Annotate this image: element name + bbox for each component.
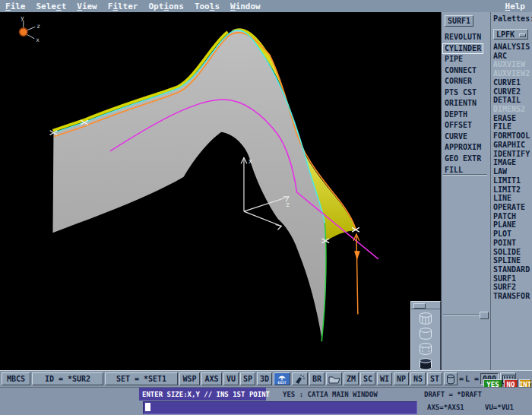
wireframe-cylinder-icon[interactable] <box>415 311 436 325</box>
shaded-cylinder-icon[interactable] <box>415 356 436 371</box>
surface-scene: x z y z x <box>0 12 441 370</box>
toolbar-button-sp[interactable]: SP <box>240 372 255 385</box>
minimize-handle-icon[interactable] <box>413 303 426 309</box>
render-palette-icons <box>411 309 440 371</box>
toolbar-button-vu[interactable]: VU <box>223 372 239 385</box>
toolbar-button-ns[interactable]: NS <box>410 372 426 385</box>
catia-main-window: FileSelectViewFilterOptionsToolsWindow H… <box>0 0 532 415</box>
hiddenline-cylinder-icon[interactable] <box>415 341 436 356</box>
palette-item-graphic[interactable]: GRAPHIC <box>493 141 532 150</box>
palette-item-law[interactable]: LAW <box>493 167 532 176</box>
toolbar-button-st[interactable]: ST <box>427 372 442 385</box>
palette-item-operate[interactable]: OPERATE <box>493 203 532 212</box>
toolbar-exit-icon[interactable]: EXIT <box>274 372 290 385</box>
toolbar-button-3d[interactable]: 3D <box>257 372 272 385</box>
triad-z-label: z <box>286 201 290 208</box>
sash-handle-icon[interactable] <box>480 312 489 319</box>
viewport-3d[interactable]: x z y z x <box>0 12 441 370</box>
palette-item-limit1[interactable]: LIMIT1 <box>493 176 532 185</box>
toolbar-button-mbcs[interactable]: MBCS <box>2 372 30 385</box>
tool-item-approxim[interactable]: APPROXIM <box>445 143 481 151</box>
palette-item-dimens2: DIMENS2 <box>493 105 532 114</box>
tool-panel-sash[interactable] <box>443 314 487 315</box>
tool-list: REVOLUTNCYLINDERPIPECONNECTCORNERPTS CST… <box>445 32 490 176</box>
svg-text:EXIT: EXIT <box>278 381 287 385</box>
toolbar-spray-icon[interactable] <box>292 372 308 385</box>
menubar: FileSelectViewFilterOptionsToolsWindow H… <box>0 0 532 13</box>
text-cursor <box>145 403 150 411</box>
tool-item-orientn[interactable]: ORIENTN <box>445 99 477 107</box>
palette-item-curve2[interactable]: CURVE2 <box>493 87 532 97</box>
menu-view[interactable]: View <box>71 1 103 12</box>
toolbar-button-id-sur2[interactable]: ID = *SUR2 <box>32 372 103 385</box>
svg-text:y: y <box>21 14 24 21</box>
palette-item-standard[interactable]: STANDARD <box>493 265 532 274</box>
palette-item-analysis[interactable]: ANALYSIS <box>493 43 532 52</box>
palette-item-point[interactable]: POINT <box>493 239 532 248</box>
render-palette-titlebar[interactable] <box>411 302 440 309</box>
palette-item-patch[interactable]: PATCH <box>493 212 532 221</box>
render-mode-palette <box>410 301 441 372</box>
tool-item-curve[interactable]: CURVE <box>445 132 467 141</box>
tool-item-depth[interactable]: DEPTH <box>445 110 467 119</box>
palette-set-dropdown[interactable]: LPFK <box>493 29 528 40</box>
option-menu-dash-icon <box>519 33 526 37</box>
palette-item-transfor[interactable]: TRANSFOR <box>493 292 532 301</box>
toolbar-eraser-icon[interactable] <box>444 372 458 385</box>
orange-arrow-line[interactable] <box>353 234 360 314</box>
palette-item-detail[interactable]: DETAIL <box>493 96 532 105</box>
menubar-help: Help <box>500 1 531 12</box>
palette-item-limit2[interactable]: LIMIT2 <box>493 185 532 195</box>
palette-item-plot[interactable]: PLOT <box>493 230 532 239</box>
menu-file[interactable]: File <box>0 1 31 12</box>
tool-item-pts-cst[interactable]: PTS CST <box>445 88 477 97</box>
toolbar-button-br[interactable]: BR <box>309 372 325 385</box>
palette-item-identify[interactable]: IDENTIFY <box>493 150 532 159</box>
command-input[interactable] <box>143 401 417 414</box>
menubar-items: FileSelectViewFilterOptionsToolsWindow <box>0 1 266 12</box>
palette-item-file[interactable]: FILE <box>493 122 532 131</box>
toolbar-label-l: L = <box>465 375 479 383</box>
status-row: ENTER SIZE:X,Y // INS 1ST POINT YES : CA… <box>0 387 532 401</box>
palette-item-formtool[interactable]: FORMTOOL <box>493 131 532 141</box>
tool-item-cylinder[interactable]: CYLINDER <box>442 43 483 55</box>
outline-cylinder-icon[interactable] <box>415 326 436 341</box>
palette-item-curve1[interactable]: CURVE1 <box>493 78 532 87</box>
menu-filter[interactable]: Filter <box>103 1 144 12</box>
toolbar-button-axs[interactable]: AXS <box>201 372 222 385</box>
tool-item-geo-extr[interactable]: GEO EXTR <box>445 154 481 163</box>
toolbar-folder-icon[interactable] <box>326 372 342 385</box>
input-row: AXS=*AXS1 VU=*VU1 <box>0 401 532 415</box>
toolbar-button-wsp[interactable]: WSP <box>179 372 200 385</box>
palette-item-surf2[interactable]: SURF2 <box>493 283 532 292</box>
palette-item-solide[interactable]: SOLIDE <box>493 248 532 257</box>
tool-panel-divider <box>443 174 487 176</box>
menu-select[interactable]: Select <box>31 1 72 12</box>
menu-window[interactable]: Window <box>225 1 266 12</box>
model-axis-icon[interactable]: y z x <box>19 14 40 43</box>
vu-label: VU=*VU1 <box>485 401 514 414</box>
tool-item-fill[interactable]: FILL <box>445 166 463 174</box>
toolbar-button-set-set1[interactable]: SET = *SET1 <box>105 372 178 385</box>
palette-item-plane[interactable]: PLANE <box>493 220 532 230</box>
palette-item-spline[interactable]: SPLINE <box>493 256 532 265</box>
tool-item-corner[interactable]: CORNER <box>445 77 472 85</box>
palette-item-surf1[interactable]: SURF1 <box>493 274 532 284</box>
palettes-panel: Palettes: LPFK ANALYSISARCAUXVIEWAUXVIEW… <box>490 12 532 370</box>
tool-item-pipe[interactable]: PIPE <box>445 55 463 63</box>
toolbar-button-wi[interactable]: WI <box>377 372 392 385</box>
palette-item-image[interactable]: IMAGE <box>493 158 532 167</box>
tool-item-offset[interactable]: OFFSET <box>445 121 472 129</box>
tool-item-connect[interactable]: CONNECT <box>445 66 477 74</box>
palette-item-arc[interactable]: ARC <box>493 52 532 61</box>
menu-options[interactable]: Options <box>144 1 189 12</box>
palette-item-line[interactable]: LINE <box>493 194 532 203</box>
menu-help[interactable]: Help <box>500 1 531 12</box>
tool-item-revolutn[interactable]: REVOLUTN <box>445 33 481 41</box>
palette-item-auxview: AUXVIEW <box>493 60 532 69</box>
menu-tools[interactable]: Tools <box>189 1 225 12</box>
toolbar-button-np[interactable]: NP <box>394 372 409 385</box>
toolbar-button-zm[interactable]: ZM <box>344 372 359 385</box>
toolbar-button-sc[interactable]: SC <box>360 372 375 385</box>
palette-item-erase[interactable]: ERASE <box>493 114 532 123</box>
